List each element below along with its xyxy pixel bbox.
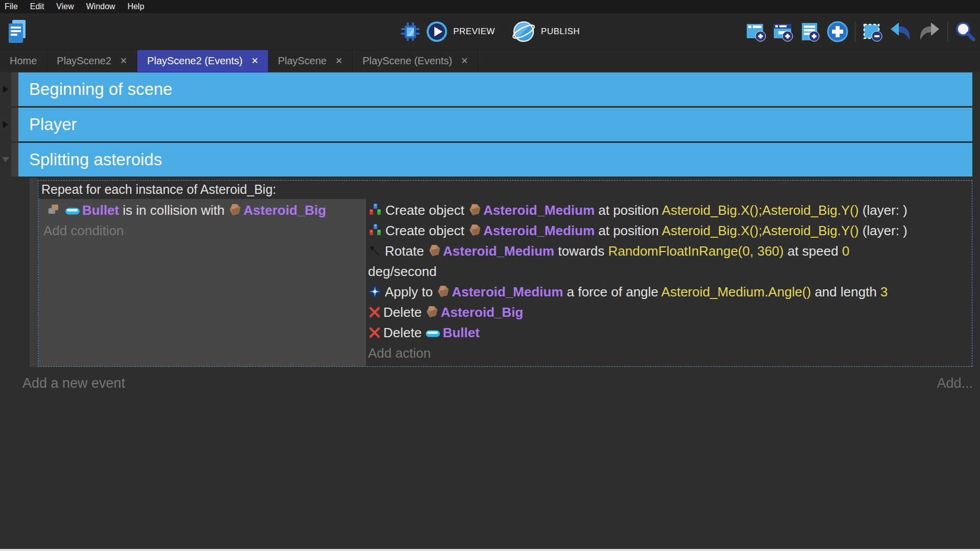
event-text-plain: towards — [554, 243, 608, 259]
menu-bar: File Edit View Window Help — [0, 0, 980, 13]
event-text-plain: Create object — [385, 223, 468, 238]
event-text-object: Asteroid_Big — [243, 203, 326, 218]
force-icon — [368, 284, 385, 299]
event-text-object: Asteroid_Medium — [483, 223, 595, 238]
tab-label: PlayScene2 — [57, 55, 111, 67]
menu-file[interactable]: File — [5, 2, 24, 11]
action-row[interactable]: Apply to Asteroid_Medium a force of angl… — [368, 282, 968, 302]
undo-icon[interactable] — [889, 21, 912, 42]
asteroid-icon — [436, 284, 452, 299]
event-text-plain: Create object — [385, 203, 468, 218]
tab-playscene2-events[interactable]: PlayScene2 (Events) ✕ — [137, 50, 268, 72]
preview-button[interactable]: PREVIEW — [453, 27, 495, 37]
condition-row[interactable]: Bullet is in collision with Asteroid_Big — [43, 200, 362, 220]
event-text-plain: (layer: ) — [859, 223, 907, 238]
event-text-expression: RandomFloatInRange(0, 360) — [608, 243, 783, 259]
action-row[interactable]: Delete Bullet — [368, 322, 968, 343]
preview-play-icon[interactable] — [426, 21, 448, 42]
toolbar: PREVIEW PUBLISH — [0, 13, 980, 49]
event-text-plain: is in collision with — [119, 203, 228, 218]
add-condition-button[interactable]: Add condition — [43, 220, 362, 241]
event-text-plain: Delete — [383, 305, 425, 320]
asteroid-icon — [468, 223, 483, 238]
asteroid-icon — [428, 243, 443, 259]
event-text-object: Bullet — [82, 203, 119, 218]
add-action-button[interactable]: Add action — [368, 343, 968, 363]
group-gutter — [11, 143, 18, 177]
tab-home[interactable]: Home — [0, 50, 47, 72]
bottom-edge-strip — [0, 549, 980, 551]
toolbar-right-icons — [746, 13, 976, 49]
event-text-expression: Asteroid_Big.X();Asteroid_Big.Y() — [662, 223, 859, 238]
redo-icon[interactable] — [918, 21, 941, 42]
event-text-plain: and length — [811, 284, 880, 299]
tab-label: Home — [10, 55, 37, 67]
event-text-plain: at position — [595, 203, 662, 218]
menu-edit[interactable]: Edit — [24, 2, 51, 11]
add-circle-icon[interactable] — [827, 21, 848, 42]
close-icon[interactable]: ✕ — [335, 57, 342, 65]
repeat-event[interactable]: Repeat for each instance of Asteroid_Big… — [38, 180, 972, 367]
event-text-plain: deg/second — [368, 264, 436, 279]
publish-button[interactable]: PUBLISH — [541, 27, 580, 37]
event-text-expression: Asteroid_Medium.Angle() — [662, 284, 811, 299]
tab-label: PlayScene2 (Events) — [147, 55, 242, 67]
event-text-object: Asteroid_Medium — [483, 203, 595, 218]
action-row[interactable]: Delete Asteroid_Big — [368, 302, 968, 322]
group-header[interactable]: Splitting asteroids — [18, 143, 972, 177]
event-text-plain: a force of angle — [563, 284, 661, 299]
add-event-icon[interactable] — [746, 21, 766, 42]
group-header[interactable]: Beginning of scene — [18, 72, 972, 106]
tab-bar: Home PlayScene2 ✕ PlayScene2 (Events) ✕ … — [0, 49, 980, 72]
event-group-splitting-asteroids: Splitting asteroids — [0, 143, 980, 177]
event-text-plain: Apply to — [385, 284, 436, 299]
menu-window[interactable]: Window — [80, 2, 121, 11]
close-icon[interactable]: ✕ — [251, 57, 258, 65]
toolbar-center: PREVIEW PUBLISH — [400, 13, 580, 49]
menu-view[interactable]: View — [50, 2, 80, 11]
action-row[interactable]: Create object Asteroid_Medium at positio… — [368, 200, 968, 220]
event-text-expression: 3 — [880, 284, 888, 299]
indent-strip — [30, 178, 37, 367]
debug-icon[interactable] — [400, 21, 421, 42]
event-group-beginning-of-scene: Beginning of scene — [0, 72, 980, 106]
action-row[interactable]: Rotate Asteroid_Medium towards RandomFlo… — [368, 241, 968, 282]
collapse-arrow-icon[interactable] — [3, 121, 8, 128]
group-header[interactable]: Player — [18, 108, 972, 141]
actions-column: Create object Asteroid_Medium at positio… — [366, 199, 972, 366]
close-icon[interactable]: ✕ — [120, 57, 127, 65]
add-comment-icon[interactable] — [800, 21, 820, 42]
group-gutter — [11, 72, 18, 106]
event-text-object: Asteroid_Medium — [443, 243, 554, 259]
create-object-icon — [368, 203, 385, 218]
event-text-expression: 0 — [842, 243, 849, 259]
event-text-plain: at speed — [783, 243, 842, 259]
add-new-event-button[interactable]: Add a new event — [22, 375, 125, 391]
event-text-plain: Delete — [383, 325, 425, 340]
menu-help[interactable]: Help — [121, 2, 151, 11]
tab-playscene2[interactable]: PlayScene2 ✕ — [47, 50, 137, 72]
add-subevent-icon[interactable] — [773, 21, 793, 42]
event-text-object: Asteroid_Big — [440, 305, 523, 320]
project-manager-icon[interactable] — [7, 19, 28, 44]
event-text-plain: Rotate — [385, 243, 428, 259]
event-text-expression: Asteroid_Big.X();Asteroid_Big.Y() — [662, 203, 859, 218]
collapse-arrow-icon[interactable] — [3, 86, 8, 93]
delete-selection-icon[interactable] — [862, 21, 883, 42]
action-row[interactable]: Create object Asteroid_Medium at positio… — [368, 220, 968, 241]
delete-icon — [368, 305, 383, 320]
event-text-object: Asteroid_Medium — [452, 284, 563, 299]
expand-arrow-icon[interactable] — [2, 157, 9, 162]
publish-globe-icon[interactable] — [512, 20, 535, 43]
tab-playscene[interactable]: PlayScene ✕ — [268, 50, 353, 72]
tab-label: PlayScene (Events) — [362, 55, 452, 67]
repeat-header[interactable]: Repeat for each instance of Asteroid_Big… — [38, 181, 972, 199]
close-icon[interactable]: ✕ — [461, 57, 468, 65]
search-icon[interactable] — [954, 21, 976, 42]
add-more-button[interactable]: Add... — [937, 375, 973, 391]
bullet-icon — [425, 325, 443, 340]
tab-playscene-events[interactable]: PlayScene (Events) ✕ — [353, 50, 478, 72]
delete-icon — [368, 325, 383, 340]
create-object-icon — [368, 223, 385, 238]
event-text-plain: at position — [595, 223, 662, 238]
